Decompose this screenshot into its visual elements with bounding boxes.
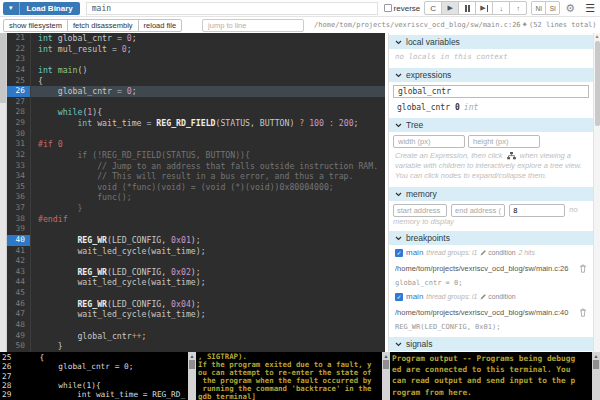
memory-start-input[interactable]	[393, 204, 447, 217]
line-number[interactable]: 39	[7, 224, 31, 235]
code-line: 42	[7, 256, 385, 267]
breakpoint-checkbox[interactable]: ✓	[395, 293, 403, 301]
expression-row: global_cntr0int	[389, 100, 593, 114]
breakpoint-location: /home/tom/projects/vexriscv_ocd_blog/sw/…	[395, 303, 587, 321]
load-binary-button[interactable]: ▾ Load Binary	[3, 2, 80, 15]
trash-icon[interactable]	[579, 259, 587, 277]
step-instruction-button[interactable]: SI	[545, 1, 560, 15]
expression-input[interactable]	[393, 85, 589, 98]
status-terminal-scrollbar[interactable]: ▲	[382, 352, 390, 400]
breakpoint-function[interactable]: main	[406, 292, 423, 301]
code-text: REG_WR(LED_CONFIG, 0x01);	[31, 235, 201, 246]
crosshair-icon[interactable]: ⌖	[523, 20, 528, 30]
line-number[interactable]: 34	[7, 171, 31, 182]
step-over-button[interactable]: ▶	[475, 1, 493, 15]
code-text	[31, 54, 38, 65]
line-number[interactable]: 36	[7, 192, 31, 203]
continue-button[interactable]: C	[424, 1, 442, 15]
line-number[interactable]: 30	[7, 129, 31, 140]
sidebar-scrollbar[interactable]: ▲	[593, 33, 600, 352]
line-number[interactable]: 29	[7, 118, 31, 129]
program-output-scrollbar[interactable]: ▲	[592, 352, 600, 400]
breakpoint-condition[interactable]: condition	[480, 249, 515, 256]
local-variables-header[interactable]: local variables	[389, 35, 593, 49]
line-number[interactable]: 47	[7, 309, 31, 320]
code-line: 40 REG_WR(LED_CONFIG, 0x01);	[7, 235, 385, 246]
breakpoint-summary: ✓mainthread groups: i1condition	[395, 292, 587, 301]
memory-header[interactable]: memory	[389, 187, 593, 201]
line-number[interactable]: 38	[7, 214, 31, 225]
memory-end-input[interactable]	[451, 204, 505, 217]
trash-icon[interactable]	[579, 303, 587, 321]
load-binary-caret[interactable]: ▾	[3, 2, 20, 15]
left-scrollbar[interactable]	[0, 33, 7, 352]
line-number[interactable]: 22	[7, 44, 31, 55]
reverse-checkbox[interactable]: reverse	[384, 4, 421, 13]
line-number[interactable]: 40	[7, 235, 31, 246]
code-line: 50 }	[7, 341, 385, 352]
code-text: wait_led_cycle(wait_time);	[31, 246, 206, 257]
code-line: 24int main()	[7, 65, 385, 76]
line-number[interactable]: 21	[7, 33, 31, 44]
tree-header[interactable]: Tree	[389, 118, 593, 132]
code-line: 23	[7, 54, 385, 65]
line-number[interactable]: 43	[7, 267, 31, 278]
sitemap-icon	[507, 152, 516, 160]
tree-width-input[interactable]	[393, 135, 465, 148]
line-number[interactable]: 44	[7, 277, 31, 288]
source-toolbar: show filesystem fetch disassembly reload…	[0, 17, 600, 33]
signals-header[interactable]: signals	[389, 337, 593, 351]
line-number[interactable]: 25	[7, 76, 31, 87]
line-number[interactable]: 24	[7, 65, 31, 76]
top-toolbar: ▾ Load Binary reverse C ▶ ▶ ↓	[0, 0, 600, 17]
expressions-header[interactable]: expressions	[389, 68, 593, 82]
line-number[interactable]: 48	[7, 320, 31, 331]
line-number[interactable]: 50	[7, 341, 31, 352]
line-number[interactable]: 37	[7, 203, 31, 214]
menu-icon[interactable]: ☰	[585, 2, 595, 15]
scroll-up-icon: ▲	[190, 352, 195, 360]
line-number[interactable]: 28	[7, 107, 31, 118]
breakpoints-header[interactable]: breakpoints	[389, 231, 593, 245]
breakpoint-function[interactable]: main	[406, 248, 423, 257]
code-text: int wait_time = REG_RD_FIELD(STATUS, BUT…	[31, 118, 359, 129]
breakpoint-source-line: global_cntr = 0;	[395, 279, 587, 287]
show-filesystem-button[interactable]: show filesystem	[3, 19, 68, 32]
arrow-down-icon: ↓	[500, 5, 504, 12]
tree-height-input[interactable]	[468, 135, 540, 148]
line-number[interactable]: 27	[7, 97, 31, 108]
line-number[interactable]: 32	[7, 150, 31, 161]
status-terminal[interactable]: , SIGTRAP).If the program exited due to …	[196, 352, 390, 400]
reload-file-button[interactable]: reload file	[138, 19, 183, 32]
code-lines: 21int global_cntr = 0;22int mul_result =…	[7, 33, 385, 352]
line-number[interactable]: 26	[7, 86, 31, 97]
line-number[interactable]: 42	[7, 256, 31, 267]
memory-bytes-input[interactable]	[509, 204, 565, 217]
main-area: 21int global_cntr = 0;22int mul_result =…	[0, 33, 600, 352]
line-number[interactable]: 33	[7, 161, 31, 172]
line-number[interactable]: 35	[7, 182, 31, 193]
fetch-disassembly-button[interactable]: fetch disassembly	[67, 19, 139, 32]
gear-icon[interactable]: ⚙	[565, 2, 575, 15]
line-number[interactable]: 46	[7, 299, 31, 310]
run-button[interactable]: ▶	[441, 1, 459, 15]
pause-button[interactable]	[458, 1, 476, 15]
breakpoint-condition[interactable]: condition	[480, 293, 515, 300]
line-number[interactable]: 49	[7, 331, 31, 342]
gdb-terminal[interactable]: 25 {26 global_cntr = 0;2728 while(1){29 …	[0, 352, 196, 400]
jump-to-line-input[interactable]	[202, 19, 304, 32]
step-into-button[interactable]: ↓	[492, 1, 510, 15]
breakpoint-location: /home/tom/projects/vexriscv_ocd_blog/sw/…	[395, 259, 587, 277]
line-number[interactable]: 23	[7, 54, 31, 65]
caret-down-icon: ▾	[9, 4, 13, 12]
line-number[interactable]: 45	[7, 288, 31, 299]
binary-input[interactable]	[86, 2, 378, 15]
breakpoint-checkbox[interactable]: ✓	[395, 249, 403, 257]
gdb-terminal-scrollbar[interactable]: ▲	[188, 352, 196, 400]
program-output-terminal[interactable]: Program output -- Programs being debugge…	[390, 352, 600, 400]
line-number[interactable]: 31	[7, 139, 31, 150]
step-out-button[interactable]: ↑	[509, 1, 527, 15]
line-number[interactable]: 41	[7, 246, 31, 257]
next-instruction-button[interactable]: NI	[531, 1, 546, 15]
code-line: 22int mul_result = 0;	[7, 44, 385, 55]
